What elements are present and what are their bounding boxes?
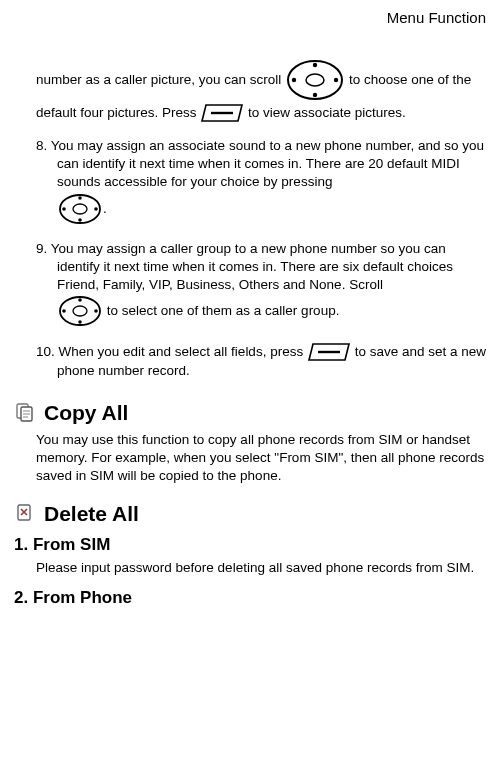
delete-all-heading: Delete All — [44, 500, 139, 528]
svg-point-11 — [78, 196, 82, 200]
svg-point-10 — [94, 207, 98, 211]
p9-text-2: to select one of them as a caller group. — [107, 303, 340, 318]
copy-all-icon — [14, 401, 36, 423]
copy-all-heading-row: Copy All — [10, 395, 492, 429]
p10-text-1: 10. When you edit and select all fields,… — [36, 344, 307, 359]
svg-point-18 — [78, 321, 82, 325]
p8-text-1: 8. You may assign an associate sound to … — [36, 138, 484, 189]
p8-text-2: . — [103, 200, 107, 215]
svg-point-9 — [62, 207, 66, 211]
copy-all-body: You may use this function to copy all ph… — [36, 431, 492, 486]
svg-point-5 — [313, 93, 317, 97]
nav-key-icon — [57, 192, 103, 226]
nav-key-icon — [285, 72, 349, 87]
svg-point-3 — [334, 78, 338, 82]
svg-point-14 — [73, 306, 87, 316]
nav-key-icon — [57, 294, 103, 328]
from-sim-heading: 1. From SIM — [14, 534, 492, 557]
delete-all-icon — [14, 502, 36, 524]
svg-point-1 — [306, 74, 324, 86]
svg-point-15 — [62, 310, 66, 314]
p7-text-1: number as a caller picture, you can scro… — [36, 72, 285, 87]
paragraph-10: 10. When you edit and select all fields,… — [36, 342, 492, 380]
soft-key-icon — [307, 344, 355, 359]
page-content: number as a caller picture, you can scro… — [0, 0, 500, 610]
from-phone-heading: 2. From Phone — [14, 587, 492, 610]
p7-text-3: to view associate pictures. — [248, 105, 406, 120]
page-header: Menu Function — [387, 8, 486, 28]
paragraph-7: number as a caller picture, you can scro… — [36, 58, 492, 123]
svg-point-2 — [292, 78, 296, 82]
svg-point-8 — [73, 204, 87, 214]
p9-text-1: 9. You may assign a caller group to a ne… — [36, 241, 453, 292]
paragraph-9: 9. You may assign a caller group to a ne… — [36, 240, 492, 329]
svg-point-16 — [94, 310, 98, 314]
svg-point-12 — [78, 218, 82, 222]
delete-all-heading-row: Delete All — [10, 496, 492, 530]
copy-all-heading: Copy All — [44, 399, 128, 427]
header-title: Menu Function — [387, 9, 486, 26]
svg-point-4 — [313, 63, 317, 67]
from-sim-body: Please input password before deleting al… — [36, 559, 492, 577]
paragraph-8: 8. You may assign an associate sound to … — [36, 137, 492, 226]
svg-point-17 — [78, 299, 82, 303]
soft-key-icon — [200, 105, 248, 120]
